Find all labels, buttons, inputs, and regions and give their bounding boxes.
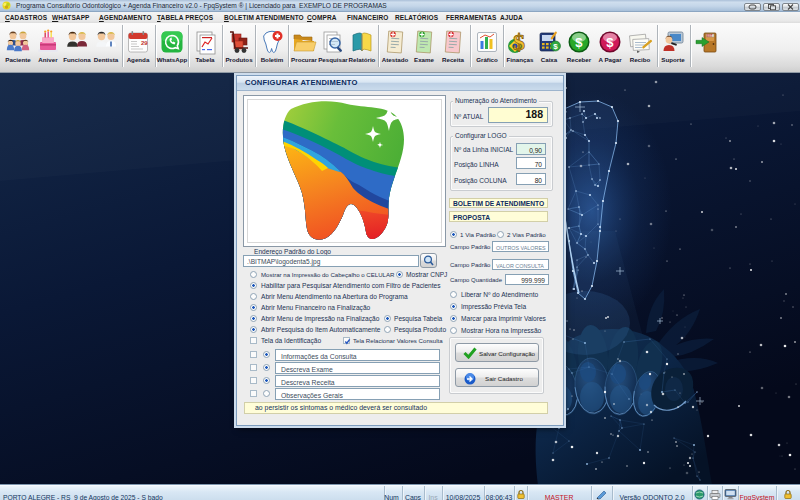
svg-text:EXIT: EXIT <box>707 34 713 38</box>
svg-text:$: $ <box>606 35 614 50</box>
svg-text:$: $ <box>575 35 583 50</box>
svg-text:$: $ <box>553 42 558 51</box>
svg-text:29: 29 <box>141 40 148 46</box>
svg-text:$: $ <box>513 29 525 55</box>
